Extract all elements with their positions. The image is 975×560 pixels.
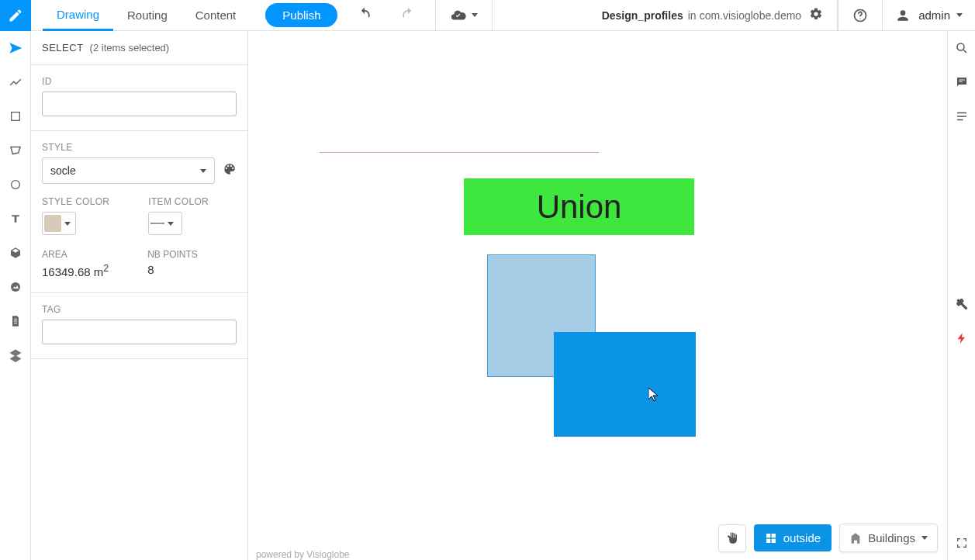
bolt-icon[interactable] <box>948 321 975 355</box>
canvas[interactable]: Union powered by Visioglobe outside Buil… <box>248 31 947 560</box>
points-value: 8 <box>147 263 198 276</box>
undo-redo-group <box>337 0 435 30</box>
cloud-check-icon <box>450 7 467 24</box>
user-icon <box>895 8 911 23</box>
select-tool-icon[interactable] <box>0 31 31 65</box>
shape-union[interactable]: Union <box>464 178 694 235</box>
svg-point-1 <box>859 18 860 19</box>
circle-tool-icon[interactable] <box>0 168 31 202</box>
tools-icon[interactable] <box>948 287 975 321</box>
line-tool-icon[interactable] <box>0 65 31 99</box>
tag-section: TAG <box>31 293 247 359</box>
hand-icon <box>725 531 739 545</box>
outside-button[interactable]: outside <box>754 524 832 551</box>
list-icon[interactable] <box>948 99 975 133</box>
undo-icon[interactable] <box>357 6 372 25</box>
cloud-status[interactable] <box>435 0 493 30</box>
document-tool-icon[interactable] <box>0 304 31 338</box>
item-color-label: ITEM COLOR <box>148 196 209 207</box>
fullscreen-icon[interactable] <box>948 526 975 560</box>
canvas-controls: outside Buildings <box>718 524 938 552</box>
properties-panel: SELECT (2 items selected) ID STYLE socle… <box>31 31 248 560</box>
chevron-down-icon <box>472 13 478 17</box>
svg-point-5 <box>957 43 964 50</box>
style-section: STYLE socle STYLE COLOR <box>31 131 247 293</box>
polygon-tool-icon[interactable] <box>0 133 31 168</box>
publish-button[interactable]: Publish <box>265 3 337 27</box>
help-icon <box>852 8 868 23</box>
tag-input[interactable] <box>42 320 237 344</box>
powered-by: powered by Visioglobe <box>256 549 350 560</box>
chevron-down-icon <box>921 536 928 540</box>
dash-icon <box>150 223 164 224</box>
pan-button[interactable] <box>718 524 746 552</box>
style-select[interactable]: socle <box>42 157 215 184</box>
cube-tool-icon[interactable] <box>0 236 31 270</box>
cursor-icon <box>648 388 659 405</box>
id-input[interactable] <box>42 92 237 116</box>
chevron-down-icon <box>64 222 71 226</box>
settings-icon[interactable] <box>809 7 823 23</box>
floor-icon <box>765 532 777 544</box>
style-color-picker[interactable] <box>42 212 76 235</box>
image-tool-icon[interactable] <box>0 270 31 304</box>
doc-name: Design_profiles <box>602 9 683 22</box>
top-bar: Drawing Routing Content Publish Design_p… <box>0 0 975 31</box>
palette-icon[interactable] <box>223 162 237 179</box>
svg-point-3 <box>12 181 20 189</box>
building-icon <box>849 532 862 544</box>
style-label: STYLE <box>42 142 237 153</box>
svg-rect-2 <box>12 112 20 121</box>
layers-tool-icon[interactable] <box>0 338 31 372</box>
buildings-button[interactable]: Buildings <box>839 524 938 552</box>
help-button[interactable] <box>838 0 883 30</box>
guide-line <box>320 152 599 153</box>
tab-routing[interactable]: Routing <box>113 0 182 31</box>
user-menu[interactable]: admin <box>883 0 975 30</box>
style-color-label: STYLE COLOR <box>42 196 109 207</box>
redo-icon[interactable] <box>400 6 416 25</box>
swatch-icon <box>44 215 61 232</box>
tag-label: TAG <box>42 304 237 315</box>
area-label: AREA <box>42 249 109 260</box>
text-tool-icon[interactable] <box>0 202 31 236</box>
area-value: 16349.68 m2 <box>42 263 109 278</box>
item-color-picker[interactable] <box>148 212 182 235</box>
svg-point-4 <box>11 282 20 292</box>
pencil-icon <box>8 8 23 23</box>
body: SELECT (2 items selected) ID STYLE socle… <box>0 31 975 560</box>
rect-tool-icon[interactable] <box>0 99 31 133</box>
id-label: ID <box>42 76 237 87</box>
tool-rail <box>0 31 31 560</box>
search-icon[interactable] <box>948 31 975 65</box>
shape-rect-blue[interactable] <box>554 332 696 437</box>
right-rail <box>947 31 975 560</box>
main-tabs: Drawing Routing Content <box>43 0 250 31</box>
selection-header: SELECT (2 items selected) <box>31 31 247 65</box>
document-info: Design_profiles in com.visioglobe.demo <box>588 0 838 30</box>
app-logo <box>0 0 31 31</box>
chevron-down-icon <box>168 222 174 226</box>
tab-drawing[interactable]: Drawing <box>43 0 113 31</box>
id-section: ID <box>31 65 247 131</box>
tab-content[interactable]: Content <box>182 0 251 31</box>
points-label: NB POINTS <box>147 249 198 260</box>
comment-icon[interactable] <box>948 65 975 99</box>
user-name: admin <box>918 9 950 22</box>
chevron-down-icon <box>200 169 206 173</box>
chevron-down-icon <box>956 13 963 17</box>
